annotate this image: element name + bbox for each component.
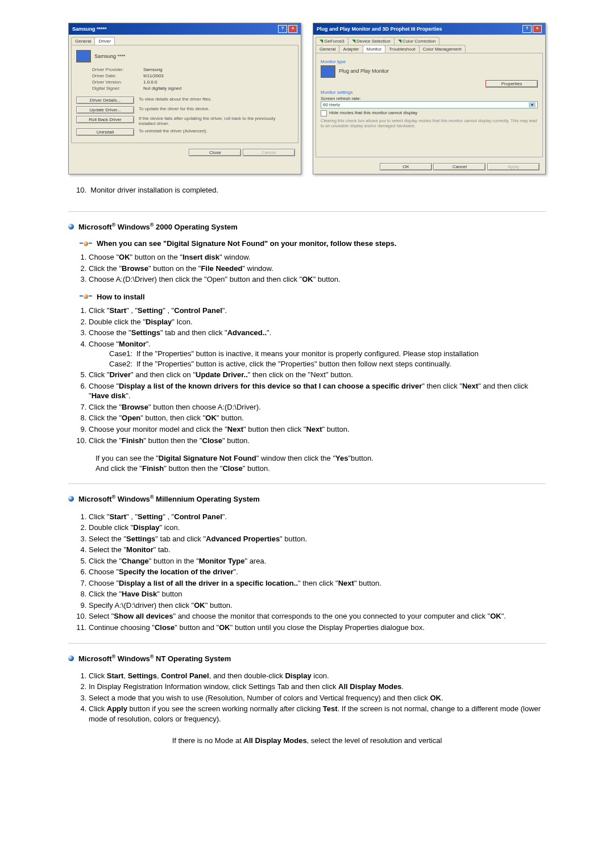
driver-properties-dialog: Samsung ***** ? × General Driver Samsung… <box>68 23 301 174</box>
dialog-title: Samsung ***** <box>72 26 107 32</box>
os-heading-me: Microsoft® Windows® Millennium Operating… <box>68 494 546 503</box>
monitor-properties-dialog: Plug and Play Monitor and 3D Prophet III… <box>313 23 546 174</box>
steps-list: Click Start, Settings, Control Panel, an… <box>89 671 546 724</box>
update-driver-button[interactable]: Update Driver... <box>76 106 134 114</box>
sub-heading-how-to-install: How to install <box>80 293 546 301</box>
divider <box>68 643 546 644</box>
steps-list: Click "Start" , "Setting" , "Control Pan… <box>89 512 546 633</box>
tab-device-selection[interactable]: ◥ Device Selection <box>348 37 395 45</box>
properties-button[interactable]: Properties <box>486 80 538 87</box>
sub-heading-sig-not-found: When you can see "Digital Signature Not … <box>80 239 546 248</box>
dialog-screenshots: Samsung ***** ? × General Driver Samsung… <box>68 23 546 174</box>
sub-bullet-icon <box>80 240 92 247</box>
tab-color-correction[interactable]: ◥ Color Correction <box>394 37 439 45</box>
tab-color-management[interactable]: Color Management <box>419 45 466 53</box>
help-icon[interactable]: ? <box>522 25 532 33</box>
cancel-button: Cancel <box>243 149 295 156</box>
driver-details-button[interactable]: Driver Details... <box>76 97 134 104</box>
tab-troubleshoot[interactable]: Troubleshoot <box>385 45 419 53</box>
close-icon[interactable]: × <box>288 25 297 33</box>
dialog-title: Plug and Play Monitor and 3D Prophet III… <box>317 26 442 32</box>
bullet-icon <box>68 224 74 229</box>
monitor-icon <box>321 65 335 78</box>
os-heading-2000: Microsoft® Windows® 2000 Operating Syste… <box>68 222 546 231</box>
monitor-icon <box>76 50 91 62</box>
close-button[interactable]: Close <box>189 149 241 156</box>
tab-adapter[interactable]: Adapter <box>339 45 363 53</box>
divider <box>68 483 546 484</box>
uninstall-button[interactable]: Uninstall <box>76 128 134 136</box>
steps-list: Click "Start" , "Setting" , "Control Pan… <box>89 306 546 445</box>
tab-geforce3[interactable]: ◥ GeForce3 <box>316 37 349 45</box>
sub-bullet-icon <box>80 293 92 300</box>
apply-button: Apply <box>487 163 540 170</box>
divider <box>68 211 546 212</box>
tab-general[interactable]: General <box>316 45 339 53</box>
rollback-driver-button[interactable]: Roll Back Driver <box>76 116 134 123</box>
hide-modes-checkbox[interactable]: Hide modes that this monitor cannot disp… <box>321 110 538 116</box>
tab-driver[interactable]: Driver <box>94 37 114 45</box>
help-icon[interactable]: ? <box>278 25 287 33</box>
os-heading-nt: Microsoft® Windows® NT Operating System <box>68 654 546 663</box>
chevron-down-icon: ▾ <box>529 102 536 107</box>
bullet-icon <box>68 656 74 661</box>
cancel-button[interactable]: Cancel <box>433 163 486 170</box>
tab-general[interactable]: General <box>71 37 95 45</box>
tab-monitor[interactable]: Monitor <box>363 45 386 53</box>
post-note: If you can see the "Digital Signature No… <box>96 453 546 473</box>
refresh-rate-select[interactable]: 60 Hertz ▾ <box>321 101 538 108</box>
steps-list: Choose "OK" button on the "Insert disk" … <box>89 252 546 285</box>
ok-button[interactable]: OK <box>380 163 432 170</box>
bullet-icon <box>68 496 74 502</box>
close-icon[interactable]: × <box>533 25 542 33</box>
device-name: Samsung **** <box>94 53 126 59</box>
completion-step: 10. Monitor driver installation is compl… <box>76 186 546 194</box>
nt-bottom-note: If there is no Mode at All Display Modes… <box>68 736 546 746</box>
